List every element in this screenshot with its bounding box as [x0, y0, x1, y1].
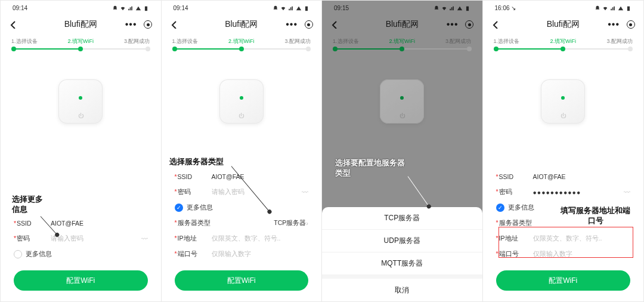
configure-wifi-button[interactable]: 配置WiFi [175, 270, 309, 291]
step-2: 2.填写WiFi [228, 38, 255, 45]
back-icon[interactable] [491, 20, 500, 29]
more-menu-icon[interactable]: ••• [608, 20, 620, 29]
password-row[interactable]: 密码●●●●●●●●●●●〰 [496, 184, 631, 200]
clock: 09:14 [13, 5, 27, 11]
checkbox-icon[interactable] [175, 204, 183, 212]
server-type-sheet: TCP服务器UDP服务器MQTT服务器 取消 [322, 207, 482, 301]
silent-icon [112, 5, 118, 11]
port-row[interactable]: 端口号仅限输入数字 [496, 246, 631, 262]
silent-icon [595, 5, 600, 11]
annotation: 选择服务器类型 [168, 156, 225, 168]
ssid-row[interactable]: SSIDAIOT@FAE [14, 215, 148, 231]
target-icon[interactable] [465, 20, 473, 29]
annotation: 选择更多 信息 [11, 194, 44, 215]
stepper: 1.选择设备2.填写WiFi3.配网成功 [322, 35, 482, 45]
status-bar: 09:14 [162, 1, 322, 14]
annotation: 填写服务器地址和端 口号 [559, 205, 631, 226]
step-3: 3.配网成功 [445, 38, 472, 45]
wifi-icon [280, 5, 286, 11]
more-info-toggle[interactable]: 更多信息 [175, 200, 309, 215]
password-row[interactable]: 密码请输入密码〰 [14, 231, 148, 246]
battery-icon [465, 5, 470, 11]
device-image [541, 79, 585, 124]
step-2: 2.填写WiFi [68, 38, 94, 45]
step-3: 3.配网成功 [606, 38, 633, 45]
wifi-icon [602, 5, 608, 11]
step-1: 1.选择设备 [333, 38, 359, 45]
page-title: Blufi配网 [386, 19, 419, 30]
eye-icon[interactable]: 〰 [624, 189, 630, 196]
signal-icon [618, 5, 624, 11]
step-1: 1.选择设备 [172, 38, 199, 45]
more-menu-icon[interactable]: ••• [286, 20, 298, 29]
stepper: 1.选择设备2.填写WiFi3.配网成功 [162, 35, 322, 45]
battery-icon [143, 5, 149, 11]
ssid-row[interactable]: SSIDAIOT@FAE [175, 169, 309, 184]
checkbox-icon[interactable] [14, 250, 22, 258]
wifi-form: SSIDAIOT@FAE密码请输入密码〰更多信息 [1, 215, 161, 262]
more-info-toggle[interactable]: 更多信息 [14, 246, 148, 262]
status-bar: 09:15 [322, 1, 482, 14]
silent-icon [434, 5, 439, 11]
port-row[interactable]: 端口号仅限输入数字 [175, 246, 309, 262]
device-image [58, 79, 103, 124]
sheet-option-2[interactable]: MQTT服务器 [322, 252, 482, 275]
back-icon[interactable] [9, 20, 17, 29]
more-menu-icon[interactable]: ••• [447, 20, 459, 29]
status-bar: 09:14 [1, 1, 161, 14]
wifi-form: SSIDAIOT@FAE密码请输入密码〰更多信息服务器类型TCP服务器›IP地址… [162, 169, 322, 262]
signal-icon [135, 5, 141, 11]
cell-icon [610, 5, 616, 11]
annotation: 选择要配置地服务器 类型 [334, 158, 406, 178]
ssid-row[interactable]: SSIDAIOT@FAE [496, 169, 631, 184]
step-2: 2.填写WiFi [389, 38, 416, 45]
page-title: Blufi配网 [225, 19, 258, 30]
eye-icon[interactable]: 〰 [141, 235, 148, 242]
clock: 09:14 [174, 5, 188, 11]
configure-wifi-button[interactable]: 配置WiFi [14, 270, 148, 291]
page-title: Blufi配网 [547, 19, 580, 30]
step-3: 3.配网成功 [124, 38, 150, 45]
cell-icon [288, 5, 294, 11]
chevron-right-icon: › [306, 220, 308, 227]
cell-icon [449, 5, 455, 11]
ip-row[interactable]: IP地址仅限英文、数字、符号.. [496, 231, 631, 246]
configure-wifi-button[interactable]: 配置WiFi [496, 270, 631, 291]
stepper: 1.选择设备2.填写WiFi3.配网成功 [1, 35, 161, 45]
back-icon[interactable] [170, 20, 178, 29]
sheet-option-1[interactable]: UDP服务器 [322, 230, 482, 252]
step-3: 3.配网成功 [284, 38, 311, 45]
signal-icon [457, 5, 463, 11]
battery-icon [304, 5, 309, 11]
password-row[interactable]: 密码请输入密码〰 [175, 184, 309, 200]
server-type-row[interactable]: 服务器类型TCP服务器› [175, 215, 309, 231]
wifi-icon [441, 5, 447, 11]
checkbox-icon[interactable] [496, 204, 504, 212]
sheet-cancel[interactable]: 取消 [322, 279, 482, 301]
device-image [219, 79, 264, 124]
status-bar: 16:06 ↘ [483, 1, 644, 14]
step-1: 1.选择设备 [11, 38, 38, 45]
stepper: 1.选择设备2.填写WiFi3.配网成功 [483, 35, 644, 45]
wifi-icon [120, 5, 126, 11]
eye-icon[interactable]: 〰 [302, 189, 308, 196]
step-2: 2.填写WiFi [550, 38, 577, 45]
target-icon[interactable] [627, 20, 635, 29]
target-icon[interactable] [305, 20, 313, 29]
battery-icon [626, 5, 631, 11]
sheet-option-0[interactable]: TCP服务器 [322, 207, 482, 230]
signal-icon [296, 5, 302, 11]
target-icon[interactable] [144, 20, 152, 29]
cell-icon [128, 5, 134, 11]
ip-row[interactable]: IP地址仅限英文、数字、符号.. [175, 231, 309, 246]
step-1: 1.选择设备 [494, 38, 520, 45]
page-title: Blufi配网 [64, 19, 97, 30]
back-icon[interactable] [330, 20, 339, 29]
device-image [380, 79, 424, 124]
more-menu-icon[interactable]: ••• [125, 20, 137, 29]
silent-icon [273, 5, 278, 11]
clock: 16:06 ↘ [495, 5, 516, 11]
clock: 09:15 [334, 5, 349, 11]
